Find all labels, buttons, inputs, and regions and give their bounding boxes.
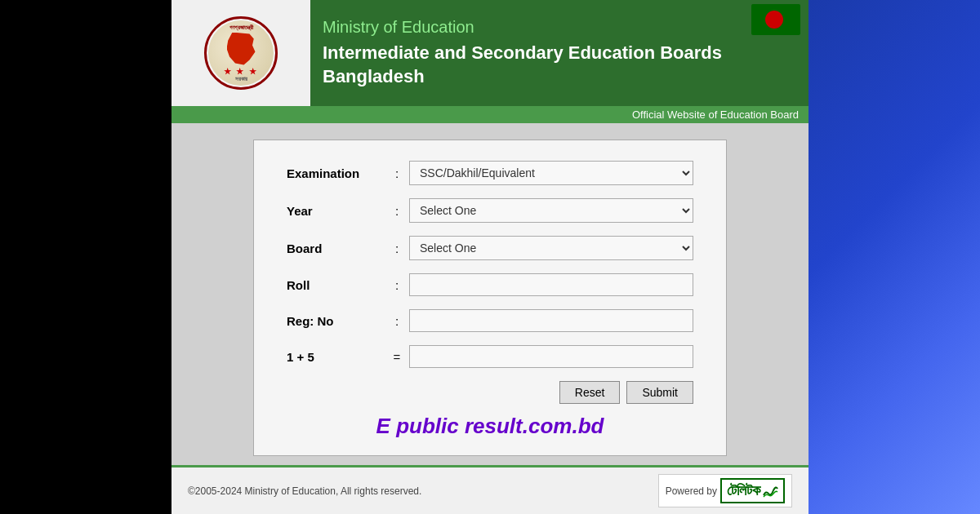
examination-control[interactable]: SSC/Dakhil/Equivalent HSC/Alim/Equivalen… [409, 161, 693, 185]
regno-input[interactable] [409, 309, 693, 332]
teletalk-wave-icon [762, 484, 778, 498]
seal-inner: গণপ্রজাতন্ত্রী ★ ★ ★ সরকার [208, 20, 274, 86]
equals-sign: = [385, 350, 409, 364]
board-row: Board : Select One Dhaka Chittagong Rajs… [287, 236, 693, 260]
header: গণপ্রজাতন্ত্রী ★ ★ ★ সরকার Ministry of E… [172, 0, 808, 106]
colon-2: : [385, 204, 409, 218]
form-container: Examination : SSC/Dakhil/Equivalent HSC/… [253, 140, 727, 456]
captcha-control[interactable] [409, 345, 693, 368]
year-select[interactable]: Select One 2024 2023 2022 2021 2020 [409, 198, 693, 223]
year-label: Year [287, 204, 385, 218]
colon-4: : [385, 278, 409, 292]
official-text: Official Website of Education Board [632, 109, 799, 121]
copyright-text: ©2005-2024 Ministry of Education, All ri… [188, 485, 421, 497]
roll-row: Roll : [287, 273, 693, 296]
examination-row: Examination : SSC/Dakhil/Equivalent HSC/… [287, 161, 693, 185]
bangladesh-flag [751, 4, 800, 35]
powered-by-area: Powered by টেলিটক [658, 474, 792, 507]
seal-bottom-text: সরকার [235, 76, 247, 82]
submit-button[interactable]: Submit [626, 381, 693, 404]
roll-label: Roll [287, 278, 385, 292]
reset-button[interactable]: Reset [559, 381, 621, 404]
examination-select[interactable]: SSC/Dakhil/Equivalent HSC/Alim/Equivalen… [409, 161, 693, 185]
roll-input[interactable] [409, 273, 693, 296]
teletalk-logo: টেলিটক [720, 478, 785, 503]
logo-area: গণপ্রজাতন্ত্রী ★ ★ ★ সরকার [172, 0, 310, 106]
board-control[interactable]: Select One Dhaka Chittagong Rajshahi Jes… [409, 236, 693, 260]
watermark-text: E public result.com.bd [287, 414, 693, 439]
captcha-row: 1 + 5 = [287, 345, 693, 368]
left-panel [0, 0, 172, 514]
powered-by-label: Powered by [666, 485, 717, 497]
center-content: গণপ্রজাতন্ত্রী ★ ★ ★ সরকার Ministry of E… [172, 0, 808, 514]
teletalk-icon: টেলিটক [727, 482, 760, 499]
stars-decoration: ★ ★ ★ [224, 67, 259, 76]
year-row: Year : Select One 2024 2023 2022 2021 20… [287, 198, 693, 223]
right-panel [808, 0, 980, 514]
captcha-label: 1 + 5 [287, 350, 385, 364]
roll-control[interactable] [409, 273, 693, 296]
board-select[interactable]: Select One Dhaka Chittagong Rajshahi Jes… [409, 236, 693, 260]
main-area: Examination : SSC/Dakhil/Equivalent HSC/… [172, 123, 808, 465]
colon-1: : [385, 166, 409, 180]
regno-control[interactable] [409, 309, 693, 332]
flag-circle [765, 11, 783, 29]
regno-label: Reg: No [287, 314, 385, 328]
flag-area [751, 4, 800, 37]
button-row: Reset Submit [287, 381, 693, 404]
boards-title: Intermediate and Secondary Education Boa… [323, 42, 796, 88]
board-label: Board [287, 241, 385, 255]
colon-5: : [385, 314, 409, 328]
header-text: Ministry of Education Intermediate and S… [310, 0, 808, 106]
bangladesh-map-icon [227, 33, 256, 65]
regno-row: Reg: No : [287, 309, 693, 332]
footer: ©2005-2024 Ministry of Education, All ri… [172, 465, 808, 514]
examination-label: Examination [287, 166, 385, 180]
government-seal: গণপ্রজাতন্ত্রী ★ ★ ★ সরকার [204, 16, 278, 90]
captcha-input[interactable] [409, 345, 693, 368]
official-bar: Official Website of Education Board [172, 106, 808, 123]
colon-3: : [385, 241, 409, 255]
year-control[interactable]: Select One 2024 2023 2022 2021 2020 [409, 198, 693, 223]
ministry-title: Ministry of Education [323, 18, 796, 37]
